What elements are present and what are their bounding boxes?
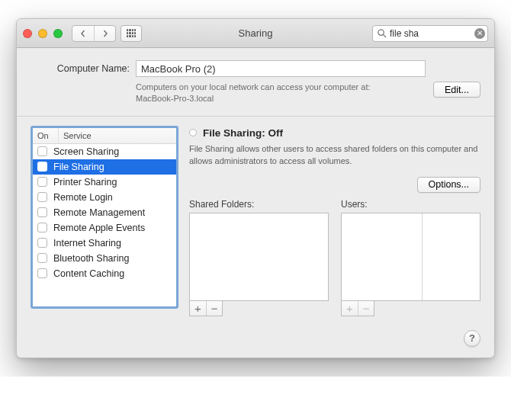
window-controls: [23, 29, 63, 38]
computer-name-section: Computer Name: Computers on your local n…: [17, 48, 494, 117]
computer-name-label: Computer Name:: [31, 60, 130, 74]
nav-back-forward: [72, 25, 116, 42]
status-indicator-icon: [189, 129, 197, 136]
service-row[interactable]: Remote Login: [33, 190, 176, 205]
service-row[interactable]: Printer Sharing: [33, 175, 176, 190]
service-checkbox[interactable]: [37, 162, 47, 172]
footer: ?: [17, 330, 494, 357]
service-row[interactable]: File Sharing: [33, 159, 176, 175]
search-icon: [376, 28, 387, 39]
main-content: On Service Screen SharingFile SharingPri…: [17, 117, 494, 330]
computer-name-note: Computers on your local network can acce…: [136, 82, 426, 105]
service-row[interactable]: Bluetooth Sharing: [33, 251, 176, 266]
search-field-wrap: ✕: [372, 25, 488, 42]
service-checkbox[interactable]: [37, 238, 47, 248]
status-title: File Sharing: Off: [203, 127, 283, 139]
users-list[interactable]: [341, 213, 480, 301]
service-label: Printer Sharing: [53, 177, 117, 188]
note-line2: MacBook-Pro-3.local: [136, 94, 214, 103]
preferences-window: Sharing ✕ Computer Name: Computers on yo…: [16, 18, 495, 358]
remove-shared-folder-button[interactable]: −: [206, 301, 223, 316]
service-detail-pane: File Sharing: Off File Sharing allows ot…: [189, 126, 480, 316]
back-button[interactable]: [72, 26, 94, 41]
chevron-left-icon: [79, 30, 87, 37]
service-checkbox[interactable]: [37, 207, 47, 217]
service-label: Remote Apple Events: [53, 223, 145, 233]
shared-folders-column: Shared Folders: + −: [189, 199, 329, 316]
computer-name-input[interactable]: [136, 60, 426, 77]
service-label: Internet Sharing: [53, 238, 121, 248]
options-button[interactable]: Options...: [417, 177, 481, 193]
grid-icon: [127, 29, 136, 38]
service-label: Screen Sharing: [53, 146, 119, 157]
clear-search-button[interactable]: ✕: [474, 28, 485, 39]
service-row[interactable]: Remote Management: [33, 205, 176, 220]
shared-folders-label: Shared Folders:: [189, 199, 329, 210]
add-user-button[interactable]: +: [342, 301, 358, 316]
service-label: Content Caching: [53, 268, 124, 279]
services-panel: On Service Screen SharingFile SharingPri…: [31, 126, 178, 309]
users-label: Users:: [341, 199, 480, 210]
service-row[interactable]: Content Caching: [33, 266, 176, 281]
services-col-service[interactable]: Service: [59, 128, 176, 143]
service-label: Bluetooth Sharing: [53, 253, 129, 264]
users-column: Users: + −: [341, 199, 480, 316]
service-checkbox[interactable]: [37, 268, 47, 278]
chevron-right-icon: [101, 30, 109, 37]
services-list[interactable]: Screen SharingFile SharingPrinter Sharin…: [33, 144, 176, 306]
show-all-button[interactable]: [121, 25, 142, 42]
search-input[interactable]: [372, 25, 488, 42]
minimize-window-button[interactable]: [38, 29, 47, 38]
help-button[interactable]: ?: [464, 330, 480, 347]
service-row[interactable]: Internet Sharing: [33, 236, 176, 251]
add-shared-folder-button[interactable]: +: [190, 301, 206, 316]
svg-point-0: [378, 30, 383, 35]
service-row[interactable]: Remote Apple Events: [33, 220, 176, 236]
shared-folders-list[interactable]: [189, 213, 329, 301]
service-checkbox[interactable]: [37, 177, 47, 187]
titlebar: Sharing ✕: [17, 19, 494, 48]
services-header: On Service: [33, 128, 176, 144]
services-col-on[interactable]: On: [33, 128, 59, 143]
service-checkbox[interactable]: [37, 223, 47, 232]
status-row: File Sharing: Off: [189, 127, 480, 139]
service-checkbox[interactable]: [37, 192, 47, 202]
edit-hostname-button[interactable]: Edit...: [433, 82, 480, 98]
service-label: File Sharing: [53, 162, 104, 172]
shared-folders-controls: + −: [189, 301, 223, 316]
svg-line-1: [383, 34, 386, 37]
status-description: File Sharing allows other users to acces…: [189, 143, 479, 168]
forward-button[interactable]: [94, 26, 115, 41]
service-checkbox[interactable]: [37, 253, 47, 263]
service-checkbox[interactable]: [37, 146, 47, 156]
note-line1: Computers on your local network can acce…: [136, 82, 371, 91]
zoom-window-button[interactable]: [53, 29, 63, 38]
close-window-button[interactable]: [23, 29, 32, 38]
remove-user-button[interactable]: −: [358, 301, 374, 316]
service-row[interactable]: Screen Sharing: [33, 144, 176, 159]
service-label: Remote Login: [53, 192, 113, 203]
users-controls: + −: [341, 301, 374, 316]
service-label: Remote Management: [53, 207, 145, 218]
